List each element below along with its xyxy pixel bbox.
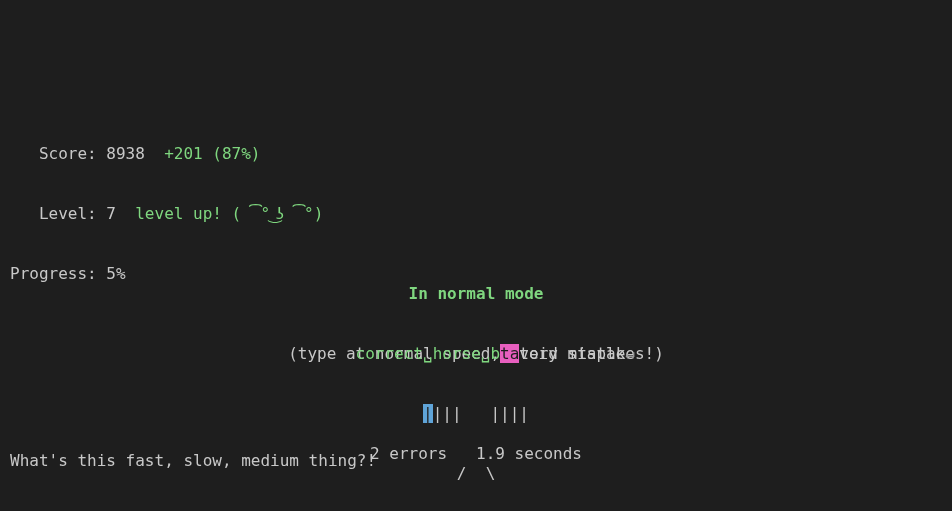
remaining-text: tery staple	[519, 344, 625, 363]
level-value: 7	[106, 204, 116, 223]
score-label: Score:	[10, 144, 106, 163]
footer-block: What's this fast, slow, medium thing?! h…	[10, 411, 781, 511]
level-label: Level:	[10, 204, 106, 223]
terminal-screen: Score: 8938 +201 (87%) Level: 7 level up…	[0, 80, 952, 511]
typed-partial: b	[490, 344, 500, 363]
return-icon: ↵	[625, 344, 635, 363]
score-delta: +201 (87%)	[164, 144, 260, 163]
typed-word-2: horse	[433, 344, 481, 363]
space-marker-2: ␣	[481, 344, 491, 363]
typing-cursor: ta	[500, 344, 519, 363]
level-row: Level: 7 level up! ( ͡° ͜ʖ ͡°)	[10, 204, 323, 224]
footer-question: What's this fast, slow, medium thing?!	[10, 451, 781, 471]
score-row: Score: 8938 +201 (87%)	[10, 144, 323, 164]
level-up-msg: level up! ( ͡° ͜ʖ ͡°)	[135, 204, 323, 223]
typed-word-1: correct	[356, 344, 423, 363]
mode-title: In normal mode	[0, 284, 952, 304]
space-marker-1: ␣	[423, 344, 433, 363]
phrase-inline: correct␣horse␣btatery staple↵	[356, 344, 635, 364]
score-value: 8938	[106, 144, 145, 163]
